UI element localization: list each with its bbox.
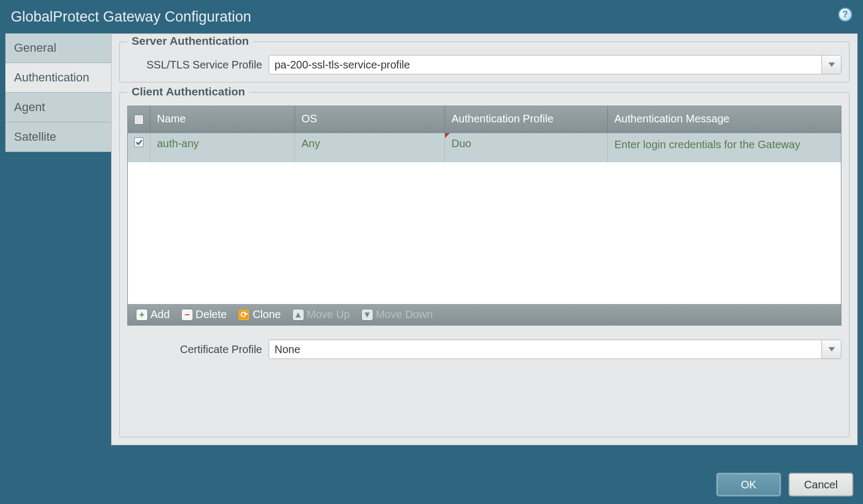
delete-button-label: Delete [196, 308, 227, 321]
add-button-label: Add [150, 308, 170, 321]
ssl-tls-service-profile-input[interactable] [269, 56, 821, 74]
add-button[interactable]: + Add [132, 307, 174, 322]
select-all-checkbox-icon[interactable] [134, 115, 143, 125]
legend-client-authentication: Client Authentication [127, 85, 249, 98]
clone-button[interactable]: ⟳ Clone [234, 307, 285, 322]
column-header-os[interactable]: OS [295, 106, 445, 133]
ssl-tls-service-profile-dropdown-icon[interactable] [821, 56, 841, 74]
panel-authentication: Server Authentication SSL/TLS Service Pr… [111, 33, 858, 445]
svg-marker-1 [828, 347, 835, 351]
cell-authentication-message: Enter login credentials for the Gateway [608, 133, 841, 162]
move-up-button-label: Move Up [307, 308, 350, 321]
legend-server-authentication: Server Authentication [127, 34, 253, 47]
fieldset-client-authentication: Client Authentication Name OS Authentica… [119, 92, 850, 437]
tab-agent[interactable]: Agent [5, 93, 111, 122]
tab-list: General Authentication Agent Satellite [5, 33, 111, 445]
arrow-down-icon: ▼ [362, 309, 373, 320]
dialog-titlebar: GlobalProtect Gateway Configuration ? [0, 0, 863, 33]
grid-body: auth-any Any Duo Enter login credentials… [128, 133, 841, 304]
clone-icon: ⟳ [238, 309, 249, 320]
tab-authentication[interactable]: Authentication [5, 63, 111, 93]
arrow-up-icon: ▲ [293, 309, 304, 320]
fieldset-server-authentication: Server Authentication SSL/TLS Service Pr… [119, 42, 850, 82]
clone-button-label: Clone [252, 308, 280, 321]
dialog-window: GlobalProtect Gateway Configuration ? Ge… [0, 0, 863, 504]
table-row[interactable]: auth-any Any Duo Enter login credentials… [128, 133, 841, 162]
move-down-button: ▼ Move Down [358, 307, 437, 322]
column-header-authentication-message[interactable]: Authentication Message [608, 106, 841, 133]
delete-button[interactable]: − Delete [177, 307, 231, 322]
cell-name[interactable]: auth-any [150, 133, 295, 162]
column-header-authentication-profile[interactable]: Authentication Profile [445, 106, 608, 133]
ok-button[interactable]: OK [716, 473, 781, 496]
move-up-button: ▲ Move Up [289, 307, 354, 322]
column-header-name[interactable]: Name [150, 106, 295, 133]
ssl-tls-service-profile-label: SSL/TLS Service Profile [127, 59, 263, 71]
tab-satellite[interactable]: Satellite [5, 122, 111, 152]
row-checkbox-icon[interactable] [134, 137, 143, 147]
help-icon[interactable]: ? [838, 8, 852, 22]
ssl-tls-service-profile-combo[interactable] [269, 55, 841, 74]
certificate-profile-input[interactable] [269, 340, 821, 358]
cancel-button[interactable]: Cancel [789, 473, 853, 496]
tab-general[interactable]: General [5, 33, 111, 63]
svg-marker-0 [828, 63, 835, 67]
dialog-footer: OK Cancel [716, 473, 853, 496]
certificate-profile-label: Certificate Profile [127, 343, 263, 356]
cell-os: Any [295, 133, 445, 162]
cell-authentication-profile: Duo [445, 133, 608, 162]
column-header-checkbox[interactable] [128, 106, 150, 133]
client-auth-grid: Name OS Authentication Profile Authentic… [127, 106, 841, 326]
certificate-profile-combo[interactable] [269, 340, 841, 359]
minus-icon: − [182, 309, 193, 320]
move-down-button-label: Move Down [376, 308, 433, 321]
grid-toolbar: + Add − Delete ⟳ Clone ▲ [128, 304, 841, 325]
dialog-body: General Authentication Agent Satellite S… [0, 33, 863, 451]
certificate-profile-dropdown-icon[interactable] [821, 340, 841, 358]
plus-icon: + [136, 309, 147, 320]
grid-header: Name OS Authentication Profile Authentic… [128, 106, 841, 133]
dialog-title: GlobalProtect Gateway Configuration [11, 9, 251, 25]
